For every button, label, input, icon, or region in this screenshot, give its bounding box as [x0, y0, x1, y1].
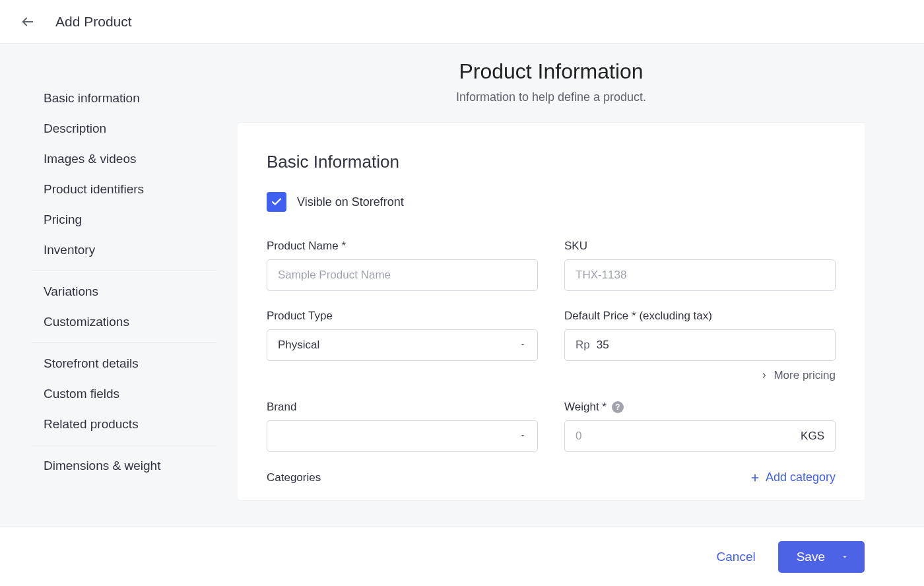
product-name-input-wrapper: [267, 259, 538, 291]
sidebar-item-inventory[interactable]: Inventory: [32, 235, 216, 265]
sku-input-wrapper: [564, 259, 836, 291]
add-category-label: Add category: [766, 471, 836, 484]
help-icon[interactable]: ?: [612, 401, 624, 413]
product-type-field: Product Type Physical: [267, 309, 538, 382]
arrow-left-icon: [20, 15, 35, 29]
sidebar-item-basic-information[interactable]: Basic information: [32, 83, 216, 114]
weight-field: Weight * ? KGS: [564, 401, 836, 452]
sidebar-group: Storefront details Custom fields Related…: [32, 343, 216, 445]
main-column: Product Information Information to help …: [238, 59, 865, 527]
sidebar-group: Basic information Description Images & v…: [32, 83, 216, 271]
page-title: Add Product: [55, 14, 132, 30]
more-pricing-label: More pricing: [774, 369, 836, 382]
categories-row: Categories Add category: [267, 471, 836, 484]
product-name-field: Product Name *: [267, 240, 538, 291]
visible-checkbox[interactable]: [267, 192, 286, 212]
brand-select[interactable]: [267, 420, 538, 452]
default-price-input-wrapper: Rp: [564, 329, 836, 361]
sidebar-item-custom-fields[interactable]: Custom fields: [32, 379, 216, 409]
product-type-select[interactable]: Physical: [267, 329, 538, 361]
basic-information-card: Basic Information Visible on Storefront …: [238, 123, 865, 500]
section-subtitle: Information to help define a product.: [238, 90, 865, 104]
sidebar-item-dimensions-weight[interactable]: Dimensions & weight: [32, 451, 216, 481]
weight-input-wrapper: KGS: [564, 420, 836, 452]
check-icon: [271, 196, 282, 208]
plus-icon: [750, 472, 760, 483]
save-button[interactable]: Save: [778, 541, 865, 573]
caret-down-icon: [519, 339, 527, 352]
brand-label: Brand: [267, 401, 538, 414]
weight-label-text: Weight *: [564, 401, 607, 414]
sidebar: Basic information Description Images & v…: [32, 83, 216, 486]
sidebar-group: Dimensions & weight: [32, 445, 216, 486]
categories-label: Categories: [267, 471, 321, 484]
product-type-value: Physical: [278, 339, 319, 352]
weight-input[interactable]: [576, 430, 824, 443]
save-button-label: Save: [797, 550, 825, 564]
sidebar-group: Variations Customizations: [32, 271, 216, 343]
visible-on-storefront-row: Visible on Storefront: [267, 192, 836, 212]
brand-field: Brand: [267, 401, 538, 452]
cancel-button[interactable]: Cancel: [710, 542, 762, 572]
sku-input[interactable]: [576, 269, 824, 282]
sku-label: SKU: [564, 240, 836, 253]
chevron-right-icon: [760, 372, 768, 379]
back-button[interactable]: [18, 13, 37, 31]
more-pricing-link[interactable]: More pricing: [564, 369, 836, 382]
content-area: Basic information Description Images & v…: [0, 44, 924, 527]
page-heading: Product Information Information to help …: [238, 59, 865, 104]
sku-field: SKU: [564, 240, 836, 291]
sidebar-item-pricing[interactable]: Pricing: [32, 205, 216, 235]
fields-grid: Product Name * SKU Product Type Physical: [267, 240, 836, 452]
footer: Cancel Save: [0, 527, 924, 586]
sidebar-item-related-products[interactable]: Related products: [32, 409, 216, 440]
add-category-link[interactable]: Add category: [750, 471, 836, 484]
default-price-label: Default Price * (excluding tax): [564, 309, 836, 323]
sidebar-item-description[interactable]: Description: [32, 114, 216, 144]
card-heading: Basic Information: [267, 152, 836, 172]
caret-down-icon: [841, 550, 849, 564]
product-type-label: Product Type: [267, 309, 538, 323]
sidebar-item-customizations[interactable]: Customizations: [32, 307, 216, 337]
default-price-input[interactable]: [597, 339, 824, 352]
sidebar-item-product-identifiers[interactable]: Product identifiers: [32, 174, 216, 205]
sidebar-item-images-videos[interactable]: Images & videos: [32, 144, 216, 174]
topbar: Add Product: [0, 0, 924, 44]
caret-down-icon: [519, 430, 527, 443]
visible-label: Visible on Storefront: [297, 195, 404, 209]
currency-prefix: Rp: [576, 339, 590, 352]
sidebar-item-storefront-details[interactable]: Storefront details: [32, 348, 216, 379]
weight-label: Weight * ?: [564, 401, 836, 414]
section-title: Product Information: [238, 59, 865, 84]
default-price-field: Default Price * (excluding tax) Rp More …: [564, 309, 836, 382]
product-name-label: Product Name *: [267, 240, 538, 253]
weight-unit: KGS: [801, 430, 824, 443]
product-name-input[interactable]: [278, 269, 527, 282]
sidebar-item-variations[interactable]: Variations: [32, 277, 216, 307]
